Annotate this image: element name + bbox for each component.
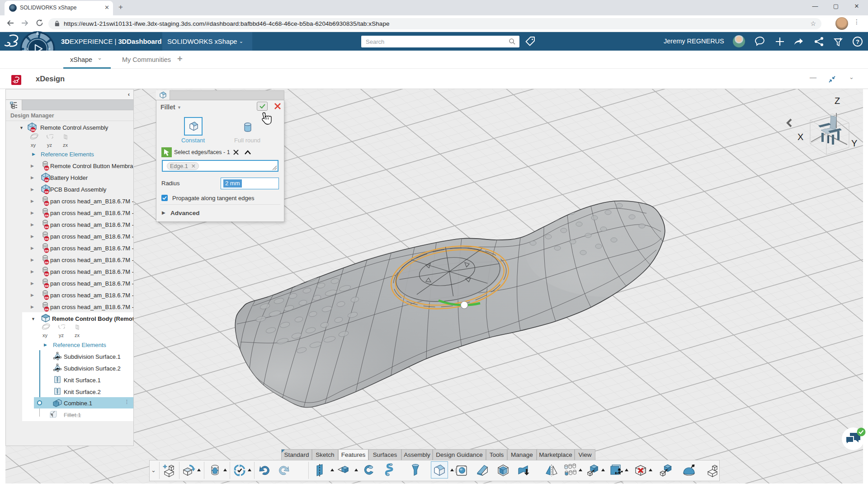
svg-text:xy: xy bbox=[31, 142, 36, 148]
svg-text:sw: sw bbox=[45, 249, 49, 252]
svg-text:sw: sw bbox=[45, 284, 49, 287]
svg-text:X: X bbox=[797, 132, 803, 142]
svg-text:sw: sw bbox=[45, 214, 49, 217]
svg-text:zx: zx bbox=[63, 142, 68, 148]
svg-text:?: ? bbox=[856, 38, 859, 45]
svg-text:sw: sw bbox=[45, 296, 49, 299]
svg-text:Z: Z bbox=[835, 96, 840, 106]
svg-text:yz: yz bbox=[59, 333, 64, 338]
svg-text:sw: sw bbox=[31, 128, 36, 131]
svg-text:sw: sw bbox=[45, 237, 49, 240]
svg-text:xy: xy bbox=[42, 333, 48, 338]
svg-text:zx: zx bbox=[75, 333, 80, 338]
svg-text:Y: Y bbox=[851, 138, 857, 148]
svg-text:sw: sw bbox=[45, 261, 49, 264]
svg-text:sw: sw bbox=[45, 178, 49, 182]
svg-text:i²: i² bbox=[48, 47, 51, 51]
svg-text:sw: sw bbox=[45, 308, 49, 311]
svg-text:3D: 3D bbox=[24, 47, 28, 51]
svg-text:sw: sw bbox=[45, 167, 49, 170]
svg-text:sw: sw bbox=[45, 190, 49, 193]
svg-text:sw: sw bbox=[45, 202, 49, 205]
svg-text:sw: sw bbox=[45, 272, 49, 276]
svg-text:yz: yz bbox=[47, 142, 52, 148]
svg-text:sw: sw bbox=[45, 225, 49, 229]
